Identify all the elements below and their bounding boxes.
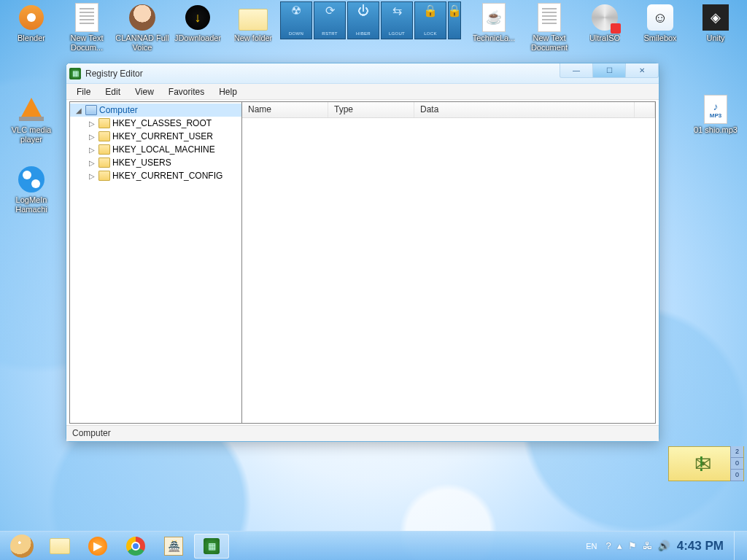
window-controls: ― ☐ ✕: [560, 63, 659, 78]
folder-icon: [98, 118, 110, 128]
minimize-button[interactable]: ―: [560, 63, 593, 78]
hamachi-icon: [17, 165, 46, 194]
gadget-shutdown[interactable]: ☢DOWN: [280, 1, 312, 39]
mail-counts: 2 0 0: [730, 446, 743, 481]
menu-file[interactable]: File: [69, 85, 98, 98]
desktop-icon-label: Unity: [706, 34, 724, 43]
desktop-icon-label: TechnicLa...: [473, 34, 516, 43]
text-file-icon: [72, 3, 101, 32]
desktop-icon-label: New Text Docum...: [60, 34, 114, 52]
desktop-icon-label: Blender: [18, 34, 45, 43]
taskbar-chrome[interactable]: [118, 534, 153, 559]
desktop-icon-clannad[interactable]: CLANNAD Full Voice: [115, 3, 169, 52]
smilebox-icon: ☺: [646, 3, 675, 32]
expand-icon[interactable]: ▷: [88, 133, 96, 141]
column-spacer[interactable]: [635, 102, 655, 117]
desktop-icon-ultraiso[interactable]: UltraISO: [578, 3, 632, 43]
status-bar: Computer: [66, 425, 659, 441]
list-body[interactable]: [242, 118, 655, 423]
desktop-icon-mp3[interactable]: ♪MP3 01 shio.mp3: [689, 95, 743, 135]
folder-icon: [98, 158, 110, 168]
network-icon[interactable]: 🖧: [643, 540, 652, 551]
desktop-icon-vlc[interactable]: VLC media player: [4, 95, 58, 144]
tray-chevron-icon[interactable]: ▴: [617, 540, 622, 551]
tree-node-hku[interactable]: ▷HKEY_USERS: [83, 156, 241, 169]
envelope-icon: ✉!: [669, 451, 730, 476]
collapse-icon[interactable]: ◢: [74, 106, 83, 114]
power-gadget: ☢DOWN ⟳RSTRT ⏻HIBER ⇆LGOUT 🔒LOCK 🔒: [280, 1, 461, 39]
menu-favorites[interactable]: Favorites: [161, 85, 212, 98]
wmp-icon: ▶: [88, 537, 107, 556]
desktop-icon-technic[interactable]: ☕ TechnicLa...: [467, 3, 521, 43]
desktop-icon-new-folder[interactable]: New folder: [226, 3, 280, 43]
column-name[interactable]: Name: [242, 102, 328, 117]
taskbar-explorer[interactable]: [42, 534, 77, 559]
taskbar-app[interactable]: 🏯: [156, 534, 191, 559]
desktop-icon-label: VLC media player: [4, 125, 58, 144]
unity-icon: ◈: [701, 3, 730, 32]
desktop-icon-label: LogMeIn Hamachi: [4, 195, 58, 214]
desktop-icon-unity[interactable]: ◈ Unity: [689, 3, 743, 43]
castle-icon: 🏯: [164, 537, 183, 556]
column-type[interactable]: Type: [328, 102, 414, 117]
tree-node-hklm[interactable]: ▷HKEY_LOCAL_MACHINE: [83, 143, 241, 156]
tree-view[interactable]: ◢ Computer ▷HKEY_CLASSES_ROOT ▷HKEY_CURR…: [70, 102, 242, 423]
gadget-logout[interactable]: ⇆LGOUT: [381, 1, 413, 39]
expand-icon[interactable]: ▷: [88, 146, 96, 154]
ultraiso-icon: [590, 3, 619, 32]
jdownloader-icon: ↓: [183, 3, 212, 32]
gadget-hibernate[interactable]: ⏻HIBER: [347, 1, 379, 39]
action-center-icon[interactable]: ⚑: [628, 540, 637, 551]
gadget-restart[interactable]: ⟳RSTRT: [314, 1, 346, 39]
registry-editor-window: ▦ Registry Editor ― ☐ ✕ File Edit View F…: [66, 63, 659, 442]
regedit-icon: ▦: [204, 538, 220, 554]
gadget-lock[interactable]: 🔒LOCK: [414, 1, 446, 39]
folder-icon: [98, 144, 110, 155]
desktop-icon-label: New folder: [234, 34, 273, 43]
start-icon: [10, 534, 34, 558]
folder-icon: [98, 131, 110, 141]
lock-icon: 🔒: [423, 5, 438, 17]
tree-node-computer[interactable]: ◢ Computer: [70, 104, 241, 117]
menu-edit[interactable]: Edit: [98, 85, 128, 98]
desktop-icon-new-text-1[interactable]: New Text Docum...: [60, 3, 114, 52]
desktop-icon-new-text-2[interactable]: New Text Document: [522, 3, 576, 52]
tree-node-hkcc[interactable]: ▷HKEY_CURRENT_CONFIG: [83, 169, 241, 182]
volume-icon[interactable]: 🔊: [658, 540, 670, 551]
power-icon: ⏻: [357, 5, 369, 17]
show-desktop-button[interactable]: [734, 532, 743, 561]
desktop-icon-label: CLANNAD Full Voice: [115, 34, 169, 52]
desktop-icon-label: New Text Document: [522, 34, 576, 52]
expand-icon[interactable]: ▷: [88, 159, 96, 167]
lock-small-icon: 🔒: [447, 5, 462, 17]
desktop-icon-hamachi[interactable]: LogMeIn Hamachi: [4, 165, 58, 214]
close-button[interactable]: ✕: [625, 63, 659, 78]
language-indicator[interactable]: EN: [583, 540, 600, 552]
titlebar[interactable]: ▦ Registry Editor ― ☐ ✕: [66, 63, 659, 84]
menu-help[interactable]: Help: [212, 85, 244, 98]
taskbar-regedit[interactable]: ▦: [194, 534, 229, 559]
start-button[interactable]: [4, 534, 39, 559]
menu-view[interactable]: View: [128, 85, 161, 98]
help-icon[interactable]: ?: [606, 540, 611, 551]
desktop-icon-jdownloader[interactable]: ↓ JDownloader: [171, 3, 225, 43]
desktop-icon-blender[interactable]: Blender: [4, 3, 58, 43]
text-file-icon: [535, 3, 564, 32]
tree-node-hkcr[interactable]: ▷HKEY_CLASSES_ROOT: [83, 117, 241, 130]
expand-icon[interactable]: ▷: [88, 120, 96, 128]
computer-icon: [85, 105, 97, 115]
mp3-icon: ♪MP3: [701, 95, 730, 124]
gadget-extra[interactable]: 🔒: [448, 1, 461, 39]
expand-icon[interactable]: ▷: [88, 172, 96, 180]
maximize-button[interactable]: ☐: [592, 63, 626, 78]
mail-gadget[interactable]: ✉! 2 0 0: [668, 446, 744, 481]
list-header: Name Type Data: [242, 102, 655, 118]
column-data[interactable]: Data: [414, 102, 635, 117]
taskbar-clock[interactable]: 4:43 PM: [670, 539, 731, 553]
desktop-icon-label: Smilebox: [643, 34, 676, 43]
system-tray: EN ? ▴ ⚑ 🖧 🔊: [583, 540, 670, 552]
tree-node-hkcu[interactable]: ▷HKEY_CURRENT_USER: [83, 130, 241, 143]
clannad-icon: [128, 3, 157, 32]
list-view[interactable]: Name Type Data: [242, 102, 655, 423]
taskbar-wmp[interactable]: ▶: [80, 534, 115, 559]
